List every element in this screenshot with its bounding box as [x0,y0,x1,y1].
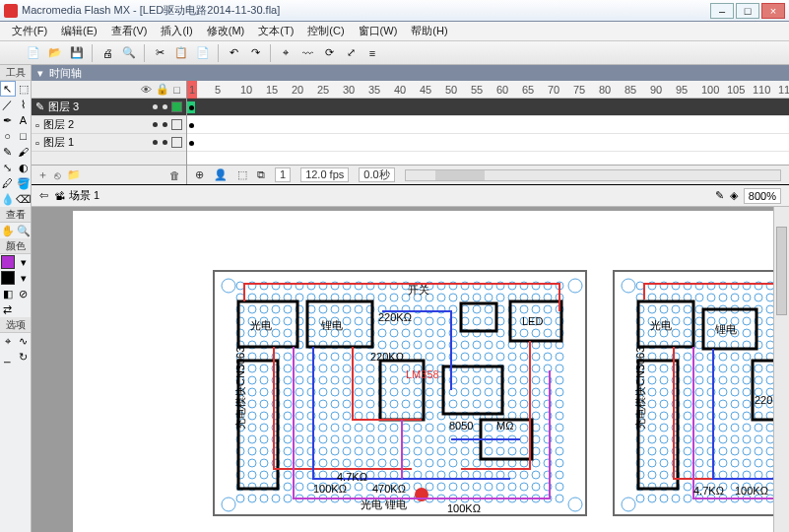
frame-ruler[interactable]: 1510152025303540455055606570758085909510… [187,81,789,99]
rotate-button[interactable]: ⟳ [319,43,339,63]
layer-color-swatch[interactable] [171,137,182,148]
minimize-button[interactable]: – [710,3,734,19]
delete-layer-button[interactable]: 🗑 [169,169,180,181]
open-button[interactable]: 📂 [45,43,65,63]
arrow-tool-icon[interactable]: ↖ [0,81,16,97]
save-button[interactable]: 💾 [67,43,87,63]
layer-color-swatch[interactable] [171,119,182,130]
rotate-option-icon[interactable]: ↻ [16,349,32,365]
snap-button[interactable]: ⌖ [276,43,296,63]
menu-file[interactable]: 文件(F) [6,22,53,40]
stage[interactable]: 开关 光电 锂电 LED 220KΩ 220KΩ 100KΩ 470KΩ 4.7… [32,207,789,532]
print-button[interactable]: 🖨 [98,43,117,63]
stage-vertical-scrollbar[interactable] [773,207,789,532]
ink-tool-icon[interactable]: 🖊 [0,175,16,191]
maximize-button[interactable]: □ [736,3,759,19]
layer-row[interactable]: ✎ 图层 3 [32,99,186,116]
text-tool-icon[interactable]: A [16,112,32,128]
timeline-scrollbar[interactable] [405,169,781,181]
straighten-option-icon[interactable]: ⎯ [0,349,16,365]
fill-swatch[interactable] [0,270,16,286]
layer-row[interactable]: ▫ 图层 2 [32,116,186,134]
svg-point-81 [532,305,540,313]
transform-tool-icon[interactable]: ⤡ [0,160,16,175]
svg-point-300 [473,400,481,408]
svg-point-765 [684,424,691,432]
collapse-icon[interactable]: ▾ [37,67,43,80]
layer-color-swatch[interactable] [171,101,182,112]
add-folder-button[interactable]: 📁 [67,168,81,181]
menu-modify[interactable]: 修改(M) [201,22,251,40]
stage-canvas[interactable]: 开关 光电 锂电 LED 220KΩ 220KΩ 100KΩ 470KΩ 4.7… [73,211,789,532]
svg-point-262 [355,388,362,396]
cut-button[interactable]: ✂ [150,43,169,63]
menu-insert[interactable]: 插入(I) [155,22,198,40]
pen-tool-icon[interactable]: ✒ [0,112,16,128]
symbol-icon[interactable]: ◈ [730,189,738,202]
back-icon[interactable]: ⇦ [39,189,48,202]
menu-help[interactable]: 帮助(H) [405,22,453,40]
menu-text[interactable]: 文本(T) [252,22,299,40]
svg-point-152 [378,341,386,349]
edit-multiple-icon[interactable]: ⧉ [257,168,265,181]
menu-view[interactable]: 查看(V) [105,22,154,40]
circuit-board-right[interactable]: 光电 锂电 220KΩ 220KΩ 4.7KΩ 100KΩ 470KΩ 充电模块… [613,270,789,516]
center-frame-icon[interactable]: ⊕ [195,168,204,181]
scale-button[interactable]: ⤢ [341,43,361,63]
scene-label[interactable]: 📽 场景 1 [54,188,99,203]
layer-row[interactable]: ▫ 图层 1 [32,134,186,152]
default-colors-icon[interactable]: ◧ [0,286,16,301]
stroke-arrow-icon[interactable]: ▾ [16,254,32,270]
circuit-board-left[interactable]: 开关 光电 锂电 LED 220KΩ 220KΩ 100KΩ 470KΩ 4.7… [213,270,587,516]
frame-row[interactable] [187,116,789,134]
smooth-button[interactable]: 〰 [297,43,317,63]
svg-point-432 [378,459,386,467]
zoom-tool-icon[interactable]: 🔍 [16,223,32,238]
no-color-icon[interactable]: ⊘ [16,286,32,301]
align-button[interactable]: ≡ [362,43,382,63]
paste-button[interactable]: 📄 [193,43,213,63]
brush-tool-icon[interactable]: 🖌 [16,144,32,160]
redo-button[interactable]: ↷ [245,43,265,63]
rect-tool-icon[interactable]: □ [16,128,32,144]
smooth-option-icon[interactable]: ∿ [16,333,32,349]
add-guide-button[interactable]: ⎋ [54,169,61,181]
preview-button[interactable]: 🔍 [119,43,139,63]
undo-button[interactable]: ↶ [224,43,243,63]
ruler-tick: 105 [727,84,745,96]
frame-row[interactable] [187,134,789,152]
eyedropper-tool-icon[interactable]: 💧 [0,191,16,207]
hand-tool-icon[interactable]: ✋ [0,223,16,238]
zoom-field[interactable]: 800% [744,188,781,204]
new-button[interactable]: 📄 [24,43,43,63]
add-layer-button[interactable]: ＋ [37,167,48,182]
copy-button[interactable]: 📋 [171,43,191,63]
edit-scene-icon[interactable]: ✎ [715,189,724,202]
snap-option-icon[interactable]: ⌖ [0,333,16,349]
lasso-tool-icon[interactable]: ⌇ [16,97,32,112]
pencil-tool-icon[interactable]: ✎ [0,144,16,160]
outline-column-icon[interactable]: □ [173,84,180,96]
eraser-tool-icon[interactable]: ⌫ [16,191,32,207]
lock-column-icon[interactable]: 🔒 [156,83,169,96]
menu-window[interactable]: 窗口(W) [353,22,404,40]
fill-arrow-icon[interactable]: ▾ [16,270,32,286]
fill-transform-tool-icon[interactable]: ◐ [16,160,32,175]
onion-skin-icon[interactable]: 👤 [214,168,228,181]
subselect-tool-icon[interactable]: ⬚ [16,81,32,97]
svg-point-110 [544,317,552,325]
stroke-swatch[interactable] [0,254,16,270]
frame-row[interactable] [187,99,789,116]
line-tool-icon[interactable]: ／ [0,97,16,112]
paint-bucket-tool-icon[interactable]: 🪣 [16,175,32,191]
onion-outline-icon[interactable]: ⬚ [237,168,247,181]
oval-tool-icon[interactable]: ○ [0,128,16,144]
menu-edit[interactable]: 编辑(E) [55,22,103,40]
swap-colors-icon[interactable]: ⇄ [0,301,16,317]
layer-name: 图层 3 [48,100,149,114]
label-photo: 光电 [250,319,272,331]
close-button[interactable]: × [761,3,785,19]
eye-column-icon[interactable]: 👁 [141,84,152,96]
svg-point-267 [414,388,422,396]
menu-control[interactable]: 控制(C) [301,22,350,40]
